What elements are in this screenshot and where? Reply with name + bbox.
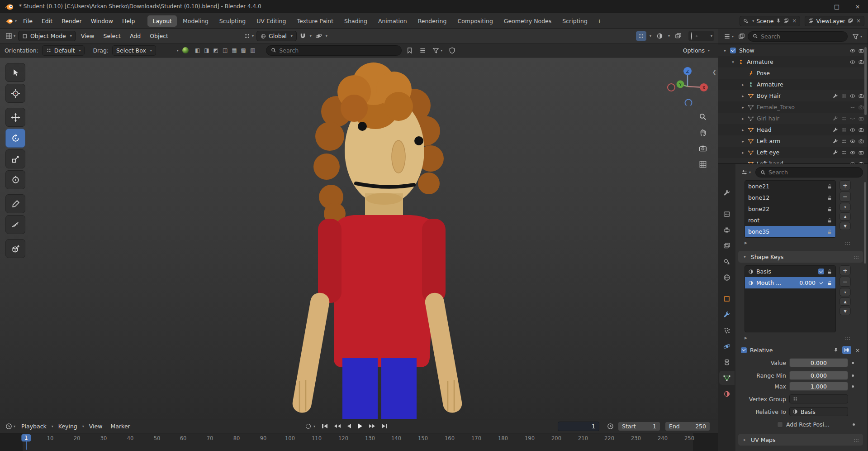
- tab-compositing[interactable]: Compositing: [452, 15, 498, 27]
- panel-grip[interactable]: [854, 439, 855, 440]
- tab-layout[interactable]: Layout: [147, 15, 177, 27]
- menu-add[interactable]: Add: [126, 31, 145, 41]
- current-frame-field[interactable]: 1: [558, 422, 599, 431]
- item-label[interactable]: Pose: [757, 70, 770, 77]
- tool-transform[interactable]: [5, 170, 25, 189]
- timeline-editor-button[interactable]: ▾: [4, 422, 17, 431]
- proportional-options-chevron[interactable]: ▾: [326, 34, 327, 38]
- character-model[interactable]: [0, 58, 718, 419]
- jump-to-end-button[interactable]: [382, 424, 387, 428]
- item-label[interactable]: Female_Torso: [757, 104, 795, 110]
- wrench-icon[interactable]: [833, 127, 838, 133]
- expand-icon[interactable]: ▸: [740, 162, 746, 164]
- eye-icon[interactable]: [850, 59, 855, 65]
- tab-physics[interactable]: [719, 339, 735, 353]
- outliner-row-left-arm[interactable]: ▸ Left arm: [718, 135, 868, 147]
- tab-particles[interactable]: [719, 323, 735, 337]
- tab-geometry-nodes[interactable]: Geometry Nodes: [499, 15, 556, 27]
- outliner-scrollbar[interactable]: [864, 47, 867, 115]
- eye-closed-icon[interactable]: [850, 116, 855, 121]
- tab-view-layer[interactable]: [719, 239, 735, 253]
- lock-icon[interactable]: [827, 206, 832, 212]
- mesh-data-icon[interactable]: [841, 139, 847, 144]
- wrench-icon[interactable]: [833, 150, 838, 155]
- menu-marker[interactable]: Marker: [107, 421, 134, 432]
- outliner-row-show[interactable]: ▾ Show: [718, 45, 868, 56]
- camera-icon[interactable]: [859, 161, 864, 164]
- tool-measure[interactable]: [5, 215, 25, 234]
- filter-button[interactable]: ▾: [431, 46, 444, 55]
- select-mode-icon[interactable]: ▦: [232, 47, 237, 53]
- resize-grip[interactable]: [845, 242, 846, 243]
- show-gizmo-button[interactable]: [636, 31, 646, 41]
- outliner-row-left-hand[interactable]: ▸ Left hand: [718, 158, 868, 163]
- relative-to-field[interactable]: Basis: [789, 407, 848, 416]
- shield-button[interactable]: [447, 46, 457, 55]
- frame-start-field[interactable]: Start 1: [618, 422, 660, 431]
- remove-vertex-group-button[interactable]: −: [840, 192, 851, 202]
- shape-keys-panel-header[interactable]: ▾ Shape Keys: [738, 251, 863, 263]
- tab-render[interactable]: [719, 207, 735, 221]
- add-rest-checkbox[interactable]: [777, 422, 783, 427]
- shading-options-chevron[interactable]: ▾: [711, 34, 712, 38]
- navigation-gizmo[interactable]: Y X Z: [667, 64, 708, 106]
- animate-dot[interactable]: [852, 374, 854, 377]
- vertex-group-row[interactable]: bone12: [745, 192, 835, 203]
- vg-name[interactable]: bone22: [748, 206, 769, 212]
- clear-shapekeys-button[interactable]: ×: [853, 346, 862, 354]
- mesh-data-icon[interactable]: [841, 116, 847, 121]
- shape-key-mute-checkbox[interactable]: [818, 280, 824, 286]
- range-min-field[interactable]: 0.000: [789, 371, 848, 380]
- shape-key-mute-checkbox[interactable]: [818, 269, 824, 274]
- add-vertex-group-button[interactable]: +: [840, 180, 851, 190]
- shape-key-row-active[interactable]: Mouth ... 0.000: [745, 277, 835, 288]
- lock-icon[interactable]: [827, 218, 832, 223]
- shape-key-value[interactable]: 0.000: [799, 279, 816, 286]
- animate-dot[interactable]: [853, 423, 855, 426]
- expand-icon[interactable]: ▸: [740, 94, 746, 98]
- relative-checkbox[interactable]: [741, 347, 747, 353]
- move-up-button[interactable]: ▲: [840, 212, 851, 221]
- tool-select-box[interactable]: [5, 63, 25, 82]
- vg-name[interactable]: bone12: [748, 194, 769, 201]
- camera-icon[interactable]: [859, 59, 864, 65]
- tab-scripting[interactable]: Scripting: [557, 15, 593, 27]
- max-field[interactable]: 1.000: [789, 382, 848, 391]
- wrench-icon[interactable]: [833, 93, 838, 99]
- tab-uv-editing[interactable]: UV Editing: [251, 15, 291, 27]
- outliner-row-boy-hair[interactable]: ▸ Boy Hair: [718, 90, 868, 101]
- wrench-icon[interactable]: [833, 116, 838, 121]
- lock-icon[interactable]: [827, 229, 832, 235]
- item-label[interactable]: Girl hair: [757, 115, 779, 122]
- proportional-edit-button[interactable]: [313, 31, 324, 41]
- use-preview-range-button[interactable]: [605, 422, 616, 431]
- expand-icon[interactable]: ▸: [740, 82, 746, 87]
- expand-icon[interactable]: ▸: [740, 105, 746, 110]
- select-mode-icon[interactable]: ◫: [223, 47, 228, 53]
- tab-modeling[interactable]: Modeling: [178, 15, 213, 27]
- frame-end-field[interactable]: End 250: [665, 422, 710, 431]
- new-viewlayer-icon[interactable]: [848, 18, 853, 24]
- camera-icon[interactable]: [859, 48, 864, 53]
- tool-rotate[interactable]: [5, 129, 25, 148]
- vertex-group-row[interactable]: bone22: [745, 203, 835, 215]
- outliner-row-female-torso[interactable]: ▸ Female_Torso: [718, 101, 868, 113]
- uv-maps-panel-header[interactable]: ▸ UV Maps: [738, 434, 863, 446]
- tab-animation[interactable]: Animation: [373, 15, 412, 27]
- outliner-row-head[interactable]: ▸ Head: [718, 124, 868, 135]
- xray-toggle-button[interactable]: [673, 31, 683, 41]
- animate-dot[interactable]: [852, 362, 854, 364]
- outliner-search-input[interactable]: [761, 33, 843, 40]
- select-mode-icon[interactable]: ▥: [250, 47, 255, 53]
- animate-dot[interactable]: [852, 385, 854, 388]
- mode-dropdown[interactable]: Object Mode ▾: [18, 31, 76, 41]
- options-dropdown[interactable]: Options ▾: [679, 46, 713, 55]
- search-input[interactable]: [279, 47, 397, 54]
- menu-render[interactable]: Render: [57, 16, 86, 26]
- tab-material[interactable]: [719, 387, 735, 401]
- tab-constraints[interactable]: [719, 355, 735, 369]
- sidebar-collapse-chevron[interactable]: ❮: [712, 69, 716, 75]
- tab-shading[interactable]: Shading: [339, 15, 372, 27]
- expand-icon[interactable]: ▸: [740, 116, 746, 121]
- minimize-button[interactable]: –: [806, 0, 826, 13]
